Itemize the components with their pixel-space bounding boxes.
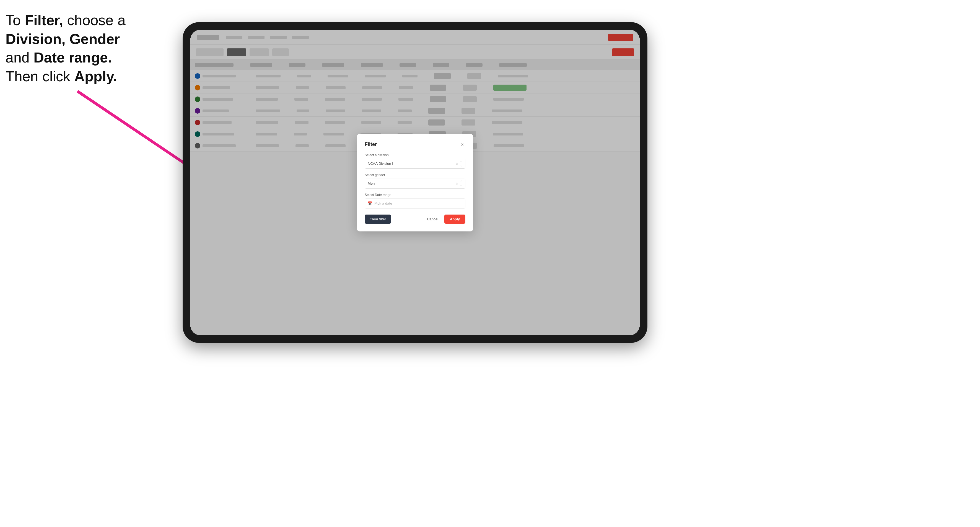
date-placeholder: Pick a date [374, 201, 392, 205]
gender-clear-icon[interactable]: × [456, 181, 458, 186]
filter-bold: Filter, [25, 12, 63, 28]
footer-right: Cancel Apply [423, 214, 465, 224]
tablet-screen: Filter × Select a division NCAA Division… [190, 30, 640, 335]
daterange-bold: Date range. [33, 49, 112, 65]
gender-value: Men [368, 181, 375, 186]
gender-form-group: Select gender Men × ⌃⌄ [365, 173, 465, 189]
division-select[interactable]: NCAA Division I × ⌃⌄ [365, 159, 465, 169]
gender-select[interactable]: Men × ⌃⌄ [365, 179, 465, 189]
division-value: NCAA Division I [368, 162, 393, 166]
calendar-icon: 📅 [368, 201, 372, 205]
division-gender-bold: Division, Gender [6, 31, 120, 47]
division-form-group: Select a division NCAA Division I × ⌃⌄ [365, 153, 465, 169]
modal-overlay: Filter × Select a division NCAA Division… [190, 30, 640, 335]
apply-bold: Apply. [75, 68, 117, 84]
filter-modal: Filter × Select a division NCAA Division… [357, 134, 473, 232]
date-input[interactable]: 📅 Pick a date [365, 198, 465, 208]
cancel-button[interactable]: Cancel [423, 214, 441, 224]
modal-title: Filter [365, 141, 377, 148]
division-select-icons: × ⌃⌄ [456, 160, 462, 167]
instruction-text: To Filter, choose a Division, Gender and… [6, 11, 161, 86]
modal-header: Filter × [365, 141, 465, 148]
modal-footer: Clear filter Cancel Apply [365, 214, 465, 224]
division-arrow-icon: ⌃⌄ [460, 160, 462, 167]
division-clear-icon[interactable]: × [456, 162, 458, 166]
division-label: Select a division [365, 153, 465, 157]
clear-filter-button[interactable]: Clear filter [365, 214, 391, 224]
gender-select-icons: × ⌃⌄ [456, 180, 462, 187]
apply-button[interactable]: Apply [444, 214, 465, 224]
date-form-group: Select Date range 📅 Pick a date [365, 193, 465, 208]
tablet-device: Filter × Select a division NCAA Division… [183, 22, 648, 343]
gender-label: Select gender [365, 173, 465, 177]
gender-arrow-icon: ⌃⌄ [460, 180, 462, 187]
close-icon[interactable]: × [459, 141, 465, 148]
date-label: Select Date range [365, 193, 465, 197]
